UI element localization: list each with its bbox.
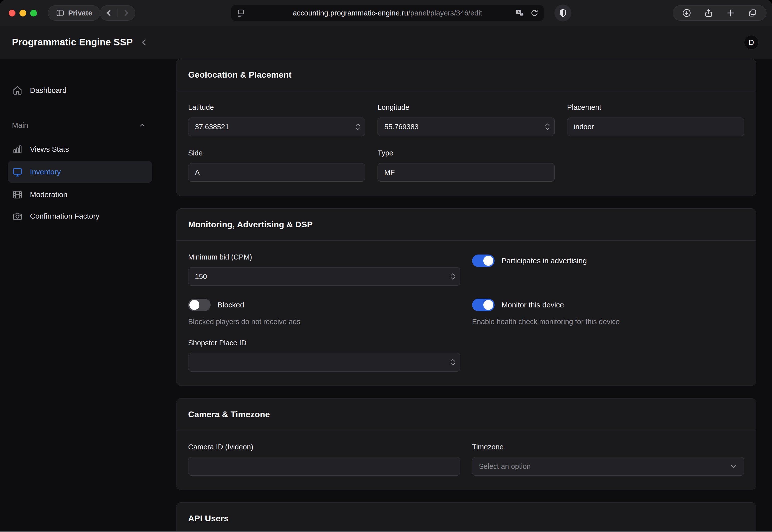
section-geolocation-placement: Geolocation & Placement Latitude: [176, 59, 756, 196]
side-input[interactable]: [188, 163, 365, 182]
latitude-field-group: Latitude: [188, 103, 365, 136]
privacy-shield-button[interactable]: [554, 4, 571, 21]
sidebar-item-moderation[interactable]: Moderation: [8, 185, 152, 204]
chevron-up-icon: [138, 121, 146, 129]
blocked-group: Blocked Blocked players do not receive a…: [188, 299, 460, 326]
user-avatar[interactable]: D: [744, 35, 759, 50]
latitude-input[interactable]: [188, 118, 365, 136]
shopster-place-id-label: Shopster Place ID: [188, 339, 460, 347]
placement-field-group: Placement: [567, 103, 744, 136]
private-badge-label: Private: [68, 9, 92, 17]
sidebar: Dashboard Main Views Stats: [0, 59, 165, 532]
sidebar-collapse-button[interactable]: [139, 37, 149, 47]
browser-window: Private accounting.programmatic-engine.r…: [0, 0, 772, 532]
address-bar[interactable]: accounting.programmatic-engine.ru/panel/…: [231, 5, 544, 21]
section-title: Monitoring, Advertising & DSP: [188, 220, 744, 229]
back-button[interactable]: [105, 9, 114, 17]
sidebar-private-group[interactable]: Private: [48, 5, 100, 21]
longitude-input[interactable]: [378, 118, 554, 136]
timezone-placeholder: Select an option: [479, 462, 531, 471]
monitor-icon: [12, 166, 23, 177]
share-button[interactable]: [704, 8, 713, 18]
sidebar-item-views-stats[interactable]: Views Stats: [8, 139, 152, 159]
minimum-bid-input[interactable]: [188, 267, 460, 286]
close-window-button[interactable]: [9, 10, 15, 16]
svg-text:文: 文: [520, 13, 523, 16]
blocked-label: Blocked: [218, 301, 244, 309]
camera-id-input[interactable]: [188, 457, 460, 476]
number-stepper-icon[interactable]: [450, 273, 456, 280]
timezone-label: Timezone: [472, 443, 744, 451]
section-api-users: API Users API Users: [176, 502, 756, 532]
window-controls: [9, 10, 37, 16]
tab-overview-button[interactable]: [748, 8, 757, 18]
monitor-this-device-toggle[interactable]: [472, 299, 495, 311]
downloads-button[interactable]: [682, 8, 691, 18]
sidebar-item-label: Confirmation Factory: [30, 212, 99, 220]
latitude-label: Latitude: [188, 103, 365, 112]
timezone-select[interactable]: Select an option: [472, 457, 744, 476]
bar-chart-icon: [12, 144, 23, 155]
camera-icon: [12, 211, 23, 222]
sidebar-toggle-icon: [56, 8, 65, 17]
browser-toolbar: Private accounting.programmatic-engine.r…: [0, 0, 772, 26]
section-camera-timezone: Camera & Timezone Camera ID (Ivideon) Ti…: [176, 398, 756, 490]
forward-button[interactable]: [122, 9, 130, 17]
number-stepper-icon[interactable]: [545, 123, 550, 131]
translate-icon[interactable]: A 文: [515, 9, 524, 18]
sidebar-group-label: Main: [12, 121, 28, 130]
toggle-knob: [483, 256, 493, 266]
placement-input[interactable]: [567, 118, 744, 136]
main-content: Geolocation & Placement Latitude: [165, 59, 772, 532]
side-label: Side: [188, 149, 365, 157]
monitor-device-group: Monitor this device Enable health check …: [472, 299, 744, 326]
section-title: Camera & Timezone: [188, 409, 744, 419]
monitor-this-device-label: Monitor this device: [502, 301, 564, 309]
type-input[interactable]: [378, 163, 554, 182]
toggle-knob: [483, 300, 493, 310]
type-label: Type: [378, 149, 554, 157]
shopster-field-group: Shopster Place ID: [188, 339, 460, 372]
url-host: accounting.programmatic-engine.ru: [293, 9, 408, 17]
window-bottom-edge: [0, 531, 772, 532]
placement-label: Placement: [567, 103, 744, 112]
url-text: accounting.programmatic-engine.ru/panel/…: [293, 9, 482, 17]
app-body: Dashboard Main Views Stats: [0, 59, 772, 532]
sidebar-item-label: Moderation: [30, 190, 67, 199]
participates-in-advertising-toggle[interactable]: [472, 255, 495, 267]
minimum-bid-label: Minimum bid (CPM): [188, 253, 460, 261]
sidebar-item-dashboard[interactable]: Dashboard: [8, 81, 152, 100]
home-icon: [12, 85, 23, 96]
app-title: Programmatic Engine SSP: [12, 37, 133, 48]
toolbar-actions: [673, 5, 767, 21]
section-title: Geolocation & Placement: [188, 70, 744, 80]
history-nav: [100, 5, 135, 21]
minimize-window-button[interactable]: [19, 10, 26, 16]
reload-icon[interactable]: [530, 9, 539, 18]
reader-view-icon[interactable]: [237, 9, 245, 17]
participates-group: Participates in advertising: [472, 253, 744, 286]
zoom-window-button[interactable]: [30, 10, 37, 16]
film-icon: [12, 189, 23, 200]
timezone-field-group: Timezone Select an option: [472, 443, 744, 476]
sidebar-item-label: Views Stats: [30, 145, 69, 153]
svg-text:A: A: [517, 10, 520, 14]
blocked-help-text: Blocked players do not receive ads: [188, 318, 460, 326]
side-field-group: Side: [188, 149, 365, 182]
sidebar-item-inventory[interactable]: Inventory: [8, 161, 152, 183]
camera-id-field-group: Camera ID (Ivideon): [188, 443, 460, 476]
number-stepper-icon[interactable]: [450, 359, 456, 366]
number-stepper-icon[interactable]: [355, 123, 361, 131]
app-header: Programmatic Engine SSP D: [0, 26, 772, 59]
longitude-field-group: Longitude: [378, 103, 554, 136]
toggle-knob: [189, 300, 199, 310]
section-monitoring-advertising-dsp: Monitoring, Advertising & DSP Minimum bi…: [176, 208, 756, 386]
address-bar-actions: A 文: [515, 9, 539, 18]
sidebar-item-confirmation-factory[interactable]: Confirmation Factory: [8, 206, 152, 226]
longitude-label: Longitude: [378, 103, 554, 112]
sidebar-group-main[interactable]: Main: [0, 121, 165, 130]
blocked-toggle[interactable]: [188, 299, 211, 311]
shopster-place-id-input[interactable]: [188, 353, 460, 372]
new-tab-button[interactable]: [726, 8, 735, 18]
camera-id-label: Camera ID (Ivideon): [188, 443, 460, 451]
